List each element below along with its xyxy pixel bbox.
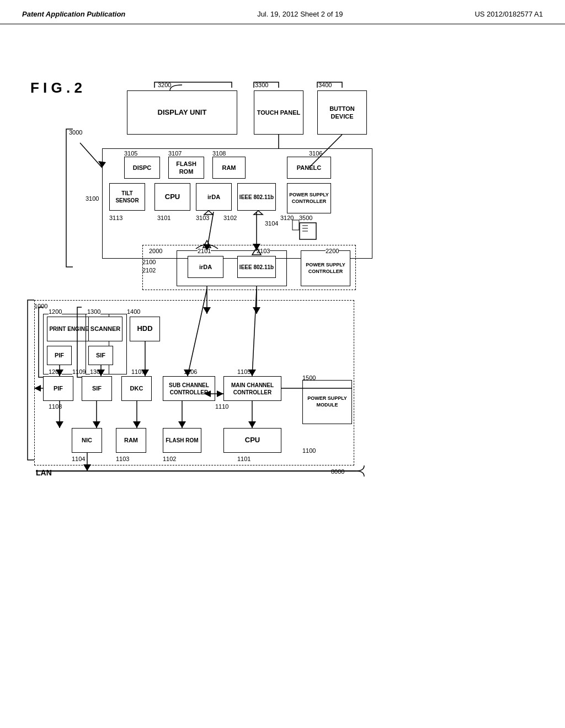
svg-line-16 xyxy=(188,289,207,376)
label-3105: 3105 xyxy=(124,150,137,157)
ram-1-box: RAM xyxy=(116,428,146,453)
label-1200: 1200 xyxy=(49,308,62,315)
label-3106: 3106 xyxy=(309,150,322,157)
sif-top-box: SIF xyxy=(88,346,113,365)
label-1301: 1301 xyxy=(90,368,103,375)
svg-marker-29 xyxy=(34,385,41,392)
label-3100: 3100 xyxy=(86,195,99,202)
label-1107: 1107 xyxy=(131,368,145,375)
group-2000 xyxy=(142,245,356,290)
label-1000: 1000 xyxy=(34,303,47,309)
svg-marker-35 xyxy=(178,421,186,428)
label-3107: 3107 xyxy=(168,150,182,157)
svg-marker-42 xyxy=(83,464,91,471)
scanner-box: SCANNER xyxy=(88,317,122,341)
svg-marker-27 xyxy=(56,421,63,428)
touch-panel-box: TOUCH PANEL xyxy=(254,90,303,135)
label-1104: 1104 xyxy=(72,456,85,462)
svg-marker-33 xyxy=(133,421,141,428)
diagram-area: F I G . 2 DISPLAY UNIT TOUCH PANEL BUTTO… xyxy=(0,30,565,714)
hdd-box: HDD xyxy=(130,317,160,341)
label-lan: LAN xyxy=(36,468,52,477)
label-3500: 3500 xyxy=(299,215,312,221)
button-device-box: BUTTON DEVICE xyxy=(317,90,367,135)
label-3102: 3102 xyxy=(223,215,237,221)
label-1103: 1103 xyxy=(116,456,129,462)
power-supply-ctrl-3-box: POWER SUPPLY CONTROLLER xyxy=(287,183,331,213)
irda-3-box: irDA xyxy=(196,183,232,211)
cpu-1-box: CPU xyxy=(223,428,281,453)
flash-rom-1-box: FLASH ROM xyxy=(163,428,201,453)
pif-top-box: PIF xyxy=(47,346,72,365)
label-3103: 3103 xyxy=(196,215,209,221)
label-1201: 1201 xyxy=(49,368,62,375)
power-supply-module-box: POWER SUPPLY MODULE xyxy=(302,380,352,424)
label-1109: 1109 xyxy=(72,368,86,375)
label-3400: 3400 xyxy=(318,82,332,88)
cpu-3-box: CPU xyxy=(154,183,190,211)
tilt-sensor-box: TILT SENSOR xyxy=(109,183,145,211)
header-center: Jul. 19, 2012 Sheet 2 of 19 xyxy=(257,10,343,18)
label-1110: 1110 xyxy=(215,403,228,410)
ieee-3-box: IEEE 802.11b xyxy=(237,183,276,211)
svg-line-2 xyxy=(80,143,102,168)
fig-label: F I G . 2 xyxy=(30,79,82,97)
label-1102: 1102 xyxy=(163,456,176,462)
dispc-box: DISPC xyxy=(124,157,160,179)
panelc-box: PANELC xyxy=(287,157,331,179)
label-1108: 1108 xyxy=(49,403,62,410)
label-3101: 3101 xyxy=(157,215,170,221)
display-unit-box: DISPLAY UNIT xyxy=(127,90,237,135)
label-3300: 3300 xyxy=(255,82,268,88)
svg-marker-50 xyxy=(217,390,223,397)
print-engine-box: PRINT ENGINE xyxy=(47,317,91,341)
label-3104: 3104 xyxy=(265,220,278,227)
label-3120: 3120 xyxy=(280,215,294,221)
label-1400: 1400 xyxy=(127,308,140,315)
label-1100: 1100 xyxy=(302,447,316,454)
label-3113: 3113 xyxy=(109,215,122,221)
nic-box: NIC xyxy=(72,428,102,453)
page-header: Patent Application Publication Jul. 19, … xyxy=(0,0,565,24)
label-8000: 8000 xyxy=(331,468,344,475)
main-channel-box: MAIN CHANNEL CONTROLLER xyxy=(223,376,281,401)
svg-line-18 xyxy=(252,289,257,376)
svg-marker-15 xyxy=(253,307,260,314)
label-3200: 3200 xyxy=(158,82,171,88)
svg-marker-37 xyxy=(248,421,256,428)
label-3108: 3108 xyxy=(212,150,226,157)
pif-bot-box: PIF xyxy=(43,376,73,401)
label-1300: 1300 xyxy=(87,308,100,315)
svg-marker-13 xyxy=(203,307,211,314)
header-right: US 2012/0182577 A1 xyxy=(475,10,543,18)
sif-bot-box: SIF xyxy=(82,376,112,401)
label-1101: 1101 xyxy=(237,456,250,462)
label-1105: 1105 xyxy=(237,368,250,375)
label-3000: 3000 xyxy=(69,129,82,136)
dkc-box: DKC xyxy=(121,376,152,401)
sub-channel-box: SUB CHANNEL CONTROLLER xyxy=(163,376,215,401)
header-left: Patent Application Publication xyxy=(22,10,125,18)
flash-rom-3-box: FLASH ROM xyxy=(168,157,204,179)
ram-3-box: RAM xyxy=(212,157,246,179)
label-1106: 1106 xyxy=(184,368,197,375)
svg-marker-31 xyxy=(93,421,100,428)
